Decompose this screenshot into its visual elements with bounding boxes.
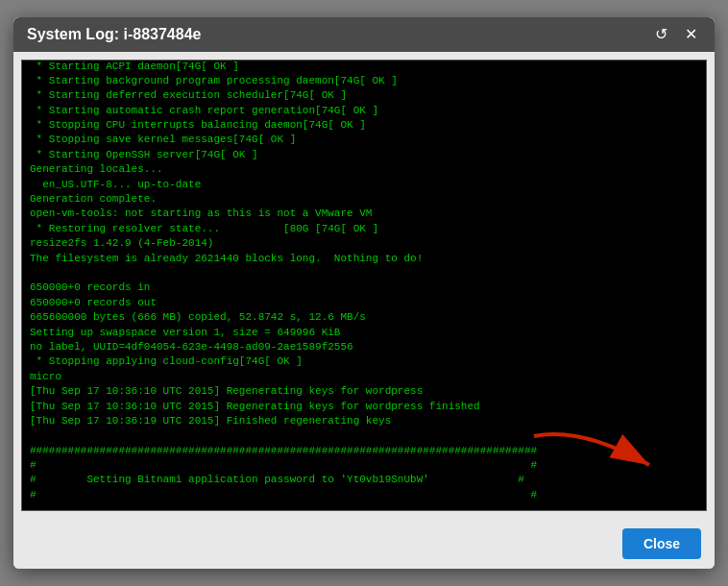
log-line: The filesystem is already 2621440 blocks… [30, 252, 698, 266]
log-line: no label, UUID=4df04054-623e-4498-ad09-2… [30, 340, 698, 354]
log-line: Setting up swapspace version 1, size = 6… [30, 326, 698, 340]
log-line: * Starting deferred execution scheduler[… [30, 88, 698, 103]
log-wrapper: * Starting handle applying cloud-config[… [21, 60, 707, 511]
log-line: [Thu Sep 17 10:36:19 UTC 2015] Finished … [30, 414, 698, 428]
log-line: 650000+0 records in [30, 281, 698, 295]
log-line: 665600000 bytes (666 MB) copied, 52.8742… [30, 310, 698, 325]
system-log-modal: System Log: i-8837484e ↺ ✕ * Starting ha… [13, 17, 715, 569]
refresh-button[interactable]: ↺ [651, 25, 671, 44]
log-line: * Restoring resolver state... [80G [74G[… [30, 222, 698, 236]
log-container[interactable]: * Starting handle applying cloud-config[… [21, 60, 707, 511]
log-line: # # [30, 488, 698, 502]
log-line: resize2fs 1.42.9 (4-Feb-2014) [30, 236, 698, 251]
log-line: [Thu Sep 17 10:36:10 UTC 2015] Regenerat… [30, 400, 698, 414]
modal-body: * Starting handle applying cloud-config[… [13, 52, 715, 519]
log-line: * Starting ACPI daemon[74G[ OK ] [30, 60, 698, 74]
log-line [30, 428, 698, 443]
log-line: # Setting Bitnami application password t… [30, 473, 698, 487]
log-line: * Starting OpenSSH server[74G[ OK ] [30, 148, 698, 162]
log-line: open-vm-tools: not starting as this is n… [30, 207, 698, 221]
log-line [30, 266, 698, 281]
log-line: * Starting background program processing… [30, 74, 698, 88]
log-line: micro [30, 370, 698, 384]
log-line: * Stopping save kernel messages[74G[ OK … [30, 133, 698, 147]
modal-header: System Log: i-8837484e ↺ ✕ [13, 17, 715, 52]
modal-close-x-button[interactable]: ✕ [681, 25, 701, 44]
close-button[interactable]: Close [622, 528, 701, 559]
log-line: Generation complete. [30, 192, 698, 207]
log-line: en_US.UTF-8... up-to-date [30, 178, 698, 192]
log-line: 650000+0 records out [30, 296, 698, 310]
log-line: ########################################… [30, 444, 698, 458]
log-line: * Stopping CPU interrupts balancing daem… [30, 118, 698, 133]
log-line: * Starting automatic crash report genera… [30, 104, 698, 118]
log-line: Generating locales... [30, 162, 698, 177]
log-line: [Thu Sep 17 10:36:10 UTC 2015] Regenerat… [30, 384, 698, 399]
modal-title: System Log: i-8837484e [27, 26, 201, 43]
log-line: * Stopping applying cloud-config[74G[ OK… [30, 354, 698, 369]
log-line: # # [30, 458, 698, 473]
header-buttons: ↺ ✕ [651, 25, 701, 44]
modal-footer: Close [13, 519, 715, 569]
